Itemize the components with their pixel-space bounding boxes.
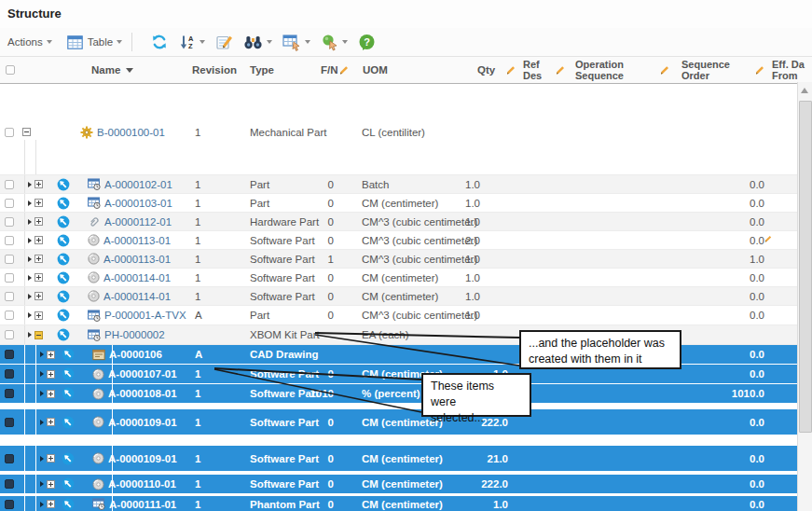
item-number-link[interactable]: A-0000106 xyxy=(109,349,162,360)
item-number-link[interactable]: A-0000113-01 xyxy=(103,235,171,246)
table-view-button[interactable]: Table xyxy=(67,30,123,54)
row-checkbox[interactable] xyxy=(5,217,14,227)
table-row[interactable]: A-0000109-011Software Part0CM (centimete… xyxy=(0,409,797,435)
expand-plus-icon[interactable] xyxy=(34,255,43,263)
item-number-link[interactable]: A-0000108-01 xyxy=(108,388,177,399)
row-checkbox[interactable] xyxy=(5,479,14,489)
expand-plus-icon[interactable] xyxy=(34,199,43,207)
row-checkbox[interactable] xyxy=(5,454,14,463)
select-all-checkbox[interactable] xyxy=(6,65,15,75)
column-header-seqorder[interactable]: SequenceOrder xyxy=(681,57,730,83)
item-number-link[interactable]: A-0000113-01 xyxy=(103,254,171,265)
item-number-link[interactable]: P-000001-A-TVX xyxy=(104,310,186,321)
help-button[interactable]: ? xyxy=(358,30,376,54)
row-checkbox[interactable] xyxy=(5,128,14,137)
row-checkbox[interactable] xyxy=(5,369,14,379)
expand-plus-icon[interactable] xyxy=(47,390,55,398)
expander-cell[interactable] xyxy=(28,287,52,305)
row-checkbox[interactable] xyxy=(5,180,14,189)
table-row[interactable]: A-0000103-011Part0CM (centimeter)1.00.0 xyxy=(0,194,797,213)
item-number-link[interactable]: A-0000109-01 xyxy=(108,453,177,464)
expander-cell[interactable] xyxy=(28,194,52,212)
expand-plus-icon[interactable] xyxy=(47,454,55,463)
table-row[interactable]: A-0000111-011Phantom Part0CM (centimeter… xyxy=(0,496,797,511)
refresh-button[interactable] xyxy=(150,30,169,54)
expand-plus-icon[interactable] xyxy=(47,480,55,489)
collapse-minus-icon[interactable] xyxy=(22,128,31,136)
expander-cell[interactable] xyxy=(28,213,52,230)
row-checkbox[interactable] xyxy=(5,311,14,320)
column-header-revision[interactable]: Revision xyxy=(192,57,237,83)
column-header-refdes[interactable]: RefDes xyxy=(523,57,542,83)
table-row[interactable]: A-0000112-011Hardware Part0CM^3 (cubic c… xyxy=(0,213,797,231)
expand-plus-icon[interactable] xyxy=(34,236,43,244)
item-number-link[interactable]: B-0000100-01 xyxy=(97,127,165,138)
column-header-opseq[interactable]: OperationSequence xyxy=(575,57,624,83)
item-number-link[interactable]: A-0000103-01 xyxy=(104,198,172,209)
edit-button[interactable] xyxy=(215,30,233,54)
column-header-effdate[interactable]: Eff. DaFrom xyxy=(772,57,805,83)
disc-icon xyxy=(88,234,100,246)
expander-cell[interactable] xyxy=(28,306,52,325)
callout-placeholder-note: ...and the placeholder was created with … xyxy=(519,330,681,369)
select-table-button[interactable] xyxy=(282,30,310,54)
scrollbar-thumb[interactable] xyxy=(799,101,812,433)
row-checkbox[interactable] xyxy=(5,255,14,264)
vertical-scrollbar[interactable] xyxy=(797,82,812,511)
row-checkbox[interactable] xyxy=(5,199,14,208)
column-header-uom[interactable]: UOM xyxy=(363,57,388,83)
row-checkbox[interactable] xyxy=(5,330,14,339)
expand-plus-icon[interactable] xyxy=(34,311,43,320)
item-number-link[interactable]: A-0000112-01 xyxy=(104,216,172,228)
table-row[interactable]: A-0000110-011Software Part0CM (centimete… xyxy=(0,475,797,494)
row-checkbox[interactable] xyxy=(5,500,14,509)
table-row[interactable]: A-0000113-011Software Part1CM^3 (cubic c… xyxy=(0,250,797,269)
scroll-up-arrow-icon[interactable] xyxy=(801,88,808,93)
item-number-link[interactable]: A-0000109-01 xyxy=(108,417,177,428)
actions-menu-button[interactable]: Actions xyxy=(7,30,52,54)
table-row[interactable]: P-000001-A-TVXAPart0CM^3 (cubic centimet… xyxy=(0,306,797,325)
column-header-fn[interactable]: F/N xyxy=(321,57,338,83)
select-item-button[interactable] xyxy=(321,30,348,54)
column-header-type[interactable]: Type xyxy=(250,57,274,83)
expand-plus-icon[interactable] xyxy=(34,180,43,188)
expand-plus-icon[interactable] xyxy=(34,217,43,226)
item-number-link[interactable]: A-0000114-01 xyxy=(103,272,171,283)
expand-plus-icon[interactable] xyxy=(47,500,55,508)
table-row[interactable]: A-0000109-011Software Part0CM (centimete… xyxy=(0,446,797,472)
table-row[interactable]: A-0000113-011Software Part0CM^3 (cubic c… xyxy=(0,231,797,250)
row-checkbox[interactable] xyxy=(5,292,14,301)
row-checkbox[interactable] xyxy=(5,236,14,245)
item-number-link[interactable]: A-0000114-01 xyxy=(103,291,171,302)
table-row[interactable]: A-0000108-011Software Part1010% (percent… xyxy=(0,384,797,404)
expander-cell[interactable] xyxy=(28,250,52,268)
find-button[interactable] xyxy=(243,30,272,54)
row-checkbox[interactable] xyxy=(5,389,14,398)
expander-cell[interactable] xyxy=(28,325,52,344)
row-checkbox[interactable] xyxy=(5,418,14,427)
item-number-link[interactable]: A-0000102-01 xyxy=(104,179,172,190)
collapse-minus-icon[interactable] xyxy=(34,331,43,339)
sort-button[interactable]: AZ xyxy=(179,30,205,54)
row-checkbox[interactable] xyxy=(5,273,14,283)
row-checkbox[interactable] xyxy=(5,350,14,359)
expander-cell[interactable] xyxy=(28,175,52,193)
expand-plus-icon[interactable] xyxy=(47,351,55,359)
table-row[interactable]: A-0000102-011Part0Batch1.00.0 xyxy=(0,175,797,194)
table-row[interactable]: B-0000100-011Mechanical PartCL (centilit… xyxy=(0,90,797,175)
expander-cell[interactable] xyxy=(28,231,52,249)
expand-plus-icon[interactable] xyxy=(47,370,55,379)
expand-plus-icon[interactable] xyxy=(47,418,55,426)
expander-cell[interactable] xyxy=(28,269,52,286)
item-number-link[interactable]: A-0000111-01 xyxy=(109,499,176,510)
expand-plus-icon[interactable] xyxy=(34,273,43,282)
expander-cell[interactable] xyxy=(22,90,47,174)
table-row[interactable]: A-0000114-011Software Part0CM (centimete… xyxy=(0,287,797,306)
column-header-name[interactable]: Name xyxy=(91,57,133,83)
expand-plus-icon[interactable] xyxy=(34,292,43,300)
item-number-link[interactable]: A-0000110-01 xyxy=(108,478,176,490)
table-row[interactable]: A-0000114-011Software Part0CM (centimete… xyxy=(0,269,797,287)
column-header-qty[interactable]: Qty xyxy=(477,57,495,83)
item-number-link[interactable]: A-0000107-01 xyxy=(108,368,177,380)
item-number-link[interactable]: PH-0000002 xyxy=(104,329,165,340)
